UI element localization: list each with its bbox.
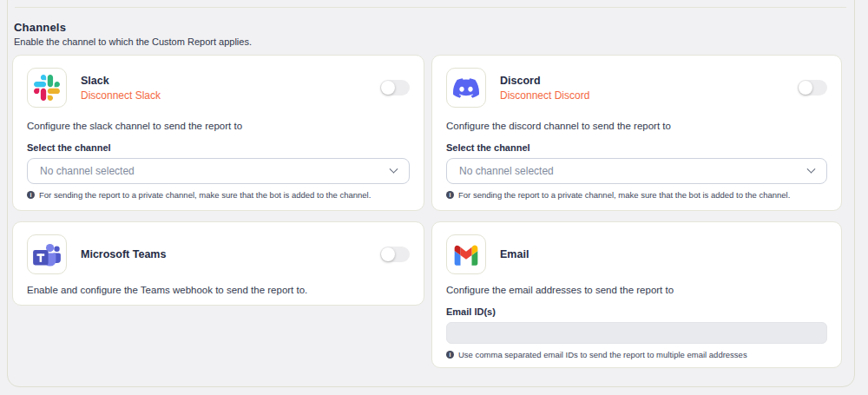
email-note: i Use comma separated email IDs to send …	[446, 350, 827, 359]
slack-card-header: Slack Disconnect Slack	[27, 68, 410, 108]
slack-select-value: No channel selected	[40, 165, 391, 177]
slack-description: Configure the slack channel to send the …	[27, 121, 410, 131]
slack-icon	[27, 68, 67, 108]
discord-note: i For sending the report to a private ch…	[446, 190, 827, 200]
section-divider	[15, 7, 846, 8]
info-icon: i	[27, 191, 35, 199]
discord-note-text: For sending the report to a private chan…	[458, 190, 790, 200]
email-channel-card: Email Configure the email addresses to s…	[431, 221, 842, 368]
chevron-down-icon	[390, 164, 398, 173]
discord-title: Discord	[500, 75, 589, 87]
email-description: Configure the email addresses to send th…	[446, 285, 827, 295]
teams-description: Enable and configure the Teams webhook t…	[27, 285, 410, 295]
page-subtitle: Enable the channel to which the Custom R…	[14, 36, 252, 47]
toggle-knob	[799, 81, 812, 95]
disconnect-discord-link[interactable]: Disconnect Discord	[500, 89, 589, 102]
slack-channel-select[interactable]: No channel selected	[27, 158, 410, 184]
slack-channel-card: Slack Disconnect Slack Configure the sla…	[12, 55, 424, 211]
email-title: Email	[500, 248, 529, 260]
discord-select-value: No channel selected	[459, 165, 808, 177]
slack-note: i For sending the report to a private ch…	[27, 190, 410, 200]
gmail-icon	[446, 234, 486, 274]
email-ids-label: Email ID(s)	[446, 306, 827, 317]
page-title: Channels	[14, 21, 66, 34]
email-note-text: Use comma separated email IDs to send th…	[458, 350, 747, 359]
discord-description: Configure the discord channel to send th…	[446, 121, 827, 131]
info-icon: i	[446, 191, 454, 199]
discord-icon	[446, 68, 486, 108]
discord-channel-card: Discord Disconnect Discord Configure the…	[431, 55, 842, 211]
slack-note-text: For sending the report to a private chan…	[39, 190, 371, 200]
teams-channel-card: Microsoft Teams Enable and configure the…	[12, 221, 424, 306]
toggle-knob	[381, 247, 395, 261]
discord-toggle[interactable]	[798, 80, 827, 95]
email-card-header: Email	[446, 234, 827, 274]
slack-select-label: Select the channel	[27, 142, 410, 153]
slack-title: Slack	[81, 75, 161, 87]
microsoft-teams-icon	[27, 234, 67, 274]
chevron-down-icon	[807, 164, 816, 173]
info-icon: i	[446, 351, 454, 359]
email-ids-input[interactable]	[446, 322, 827, 344]
teams-title: Microsoft Teams	[81, 248, 166, 260]
discord-card-header: Discord Disconnect Discord	[446, 68, 827, 108]
toggle-knob	[381, 81, 395, 95]
discord-select-label: Select the channel	[446, 142, 827, 153]
teams-card-header: Microsoft Teams	[27, 234, 410, 274]
teams-toggle[interactable]	[380, 247, 410, 262]
discord-channel-select[interactable]: No channel selected	[446, 158, 827, 184]
disconnect-slack-link[interactable]: Disconnect Slack	[81, 89, 161, 102]
slack-toggle[interactable]	[380, 80, 410, 95]
